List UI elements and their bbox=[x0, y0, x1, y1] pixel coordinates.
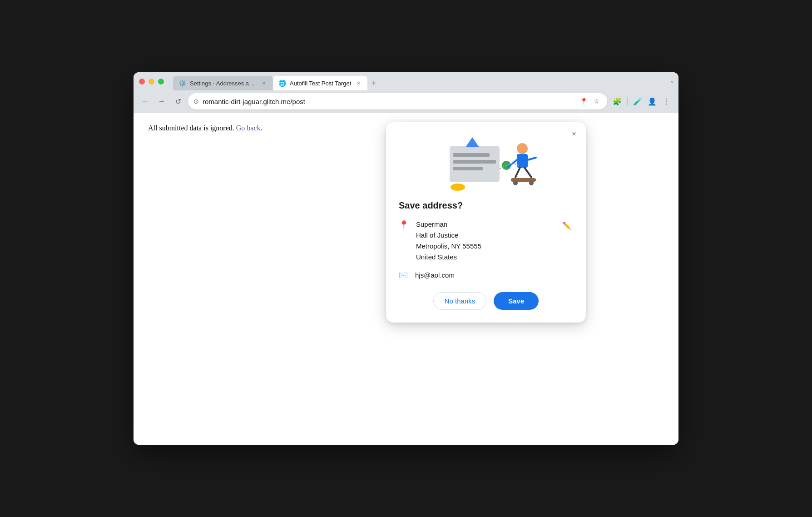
autofill-tab-title: Autofill Test Post Target bbox=[290, 80, 351, 87]
location-pin-icon: 📍 bbox=[399, 220, 409, 230]
autofill-tab-close[interactable]: × bbox=[355, 80, 362, 87]
settings-tab[interactable]: ⚙️ Settings - Addresses and mo × bbox=[173, 76, 273, 90]
autofill-tab-icon: 🌐 bbox=[278, 80, 286, 87]
minimize-button[interactable] bbox=[149, 79, 154, 85]
forward-button[interactable]: → bbox=[155, 95, 168, 108]
svg-line-10 bbox=[528, 158, 536, 160]
lab-button[interactable]: 🧪 bbox=[631, 95, 644, 108]
tab-expand-button[interactable]: ⌄ bbox=[666, 75, 678, 87]
svg-line-11 bbox=[515, 168, 520, 177]
extensions-button[interactable]: 🧩 bbox=[611, 95, 624, 108]
reload-button[interactable]: ↺ bbox=[172, 95, 184, 108]
close-button[interactable] bbox=[139, 79, 145, 85]
browser-window: ⚙️ Settings - Addresses and mo × 🌐 Autof… bbox=[134, 72, 678, 445]
email-icon: ✉️ bbox=[399, 271, 408, 279]
popup-title: Save address? bbox=[399, 200, 573, 211]
title-bar: ⚙️ Settings - Addresses and mo × 🌐 Autof… bbox=[134, 72, 678, 113]
tab-bar: ⚙️ Settings - Addresses and mo × 🌐 Autof… bbox=[169, 72, 666, 90]
save-address-popup: × bbox=[386, 122, 586, 323]
popup-overlay: × bbox=[134, 113, 678, 445]
email-text: hjs@aol.com bbox=[415, 271, 455, 279]
address-line1: Hall of Justice bbox=[416, 230, 553, 241]
location-icon[interactable]: 📍 bbox=[578, 96, 589, 107]
svg-marker-4 bbox=[465, 137, 479, 147]
illustration-svg bbox=[422, 133, 550, 192]
profile-button[interactable]: 👤 bbox=[646, 95, 659, 108]
address-details: Superman Hall of Justice Metropolis, NY … bbox=[416, 219, 553, 263]
svg-rect-3 bbox=[453, 167, 483, 170]
address-country: United States bbox=[416, 252, 553, 263]
settings-tab-icon: ⚙️ bbox=[178, 80, 186, 87]
svg-rect-0 bbox=[450, 146, 500, 182]
no-thanks-button[interactable]: No thanks bbox=[433, 292, 487, 310]
page-content: All submitted data is ignored. Go back. … bbox=[134, 113, 678, 445]
address-name: Superman bbox=[416, 219, 553, 230]
save-button[interactable]: Save bbox=[494, 292, 539, 310]
traffic-lights bbox=[134, 74, 169, 89]
address-info: 📍 Superman Hall of Justice Metropolis, N… bbox=[399, 219, 573, 263]
url-text: romantic-dirt-jaguar.glitch.me/post bbox=[203, 98, 574, 105]
settings-tab-close[interactable]: × bbox=[260, 80, 267, 87]
settings-tab-title: Settings - Addresses and mo bbox=[190, 80, 257, 87]
address-bar[interactable]: ⊙ romantic-dirt-jaguar.glitch.me/post 📍 … bbox=[188, 93, 607, 109]
toolbar-divider bbox=[627, 97, 628, 106]
email-info: ✉️ hjs@aol.com bbox=[399, 271, 573, 279]
back-button[interactable]: ← bbox=[139, 95, 152, 108]
address-line2: Metropolis, NY 55555 bbox=[416, 241, 553, 252]
svg-point-7 bbox=[517, 143, 528, 154]
tracking-protection-icon: ⊙ bbox=[193, 98, 199, 105]
toolbar-actions: 🧩 🧪 👤 ⋮ bbox=[611, 95, 673, 108]
fullscreen-button[interactable] bbox=[158, 79, 164, 85]
svg-point-5 bbox=[451, 184, 465, 191]
svg-line-12 bbox=[525, 168, 531, 177]
autofill-tab[interactable]: 🌐 Autofill Test Post Target × bbox=[273, 76, 367, 90]
svg-rect-1 bbox=[453, 153, 490, 157]
svg-point-14 bbox=[513, 181, 518, 185]
popup-close-button[interactable]: × bbox=[568, 128, 580, 140]
svg-point-15 bbox=[529, 181, 534, 185]
edit-address-button[interactable]: ✏️ bbox=[560, 219, 573, 232]
popup-actions: No thanks Save bbox=[399, 292, 573, 310]
new-tab-button[interactable]: + bbox=[367, 77, 380, 89]
svg-rect-2 bbox=[453, 160, 496, 164]
bookmark-icon[interactable]: ☆ bbox=[591, 96, 602, 107]
address-bar-row: ← → ↺ ⊙ romantic-dirt-jaguar.glitch.me/p… bbox=[134, 90, 678, 113]
popup-body: Save address? 📍 Superman Hall of Justice… bbox=[386, 195, 586, 323]
menu-button[interactable]: ⋮ bbox=[660, 95, 673, 108]
popup-illustration bbox=[386, 122, 586, 195]
